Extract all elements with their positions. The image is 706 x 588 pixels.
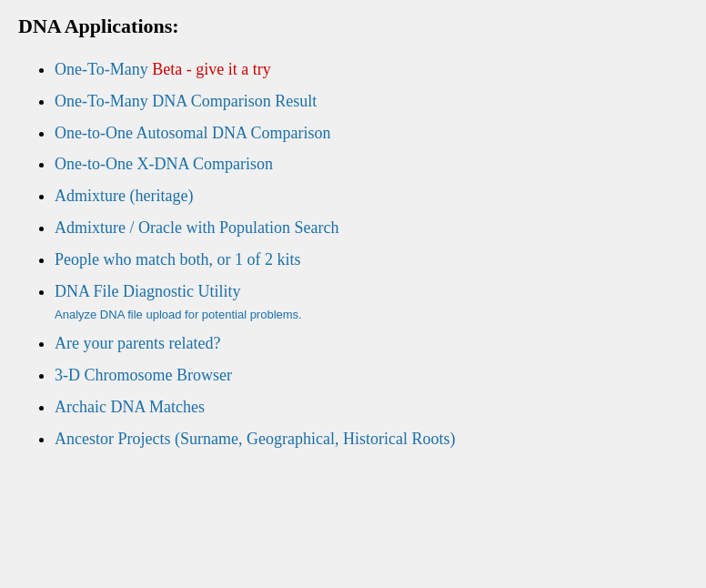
list-item-one-to-many-comparison: One-To-Many DNA Comparison Result [55, 88, 688, 115]
list-item-admixture-oracle: Admixture / Oracle with Population Searc… [55, 215, 688, 241]
link-ancestor-projects[interactable]: Ancestor Projects (Surname, Geographical… [55, 430, 455, 448]
list-item-one-to-one-autosomal: One-to-One Autosomal DNA Comparison [55, 120, 688, 147]
list-item-people-match-both: People who match both, or 1 of 2 kits [55, 247, 688, 273]
link-one-to-one-xdna[interactable]: One-to-One X-DNA Comparison [55, 155, 273, 173]
link-admixture-heritage[interactable]: Admixture (heritage) [55, 187, 193, 205]
link-dna-file-diagnostic[interactable]: DNA File Diagnostic Utility [55, 282, 241, 300]
list-item-ancestor-projects: Ancestor Projects (Surname, Geographical… [55, 426, 688, 452]
list-item-admixture-heritage: Admixture (heritage) [55, 183, 688, 209]
link-are-parents-related[interactable]: Are your parents related? [55, 334, 220, 352]
list-item-are-parents-related: Are your parents related? [55, 330, 688, 357]
list-item-3d-chromosome: 3-D Chromosome Browser [55, 362, 688, 389]
link-admixture-oracle[interactable]: Admixture / Oracle with Population Searc… [55, 218, 338, 237]
link-one-to-one-autosomal[interactable]: One-to-One Autosomal DNA Comparison [55, 124, 330, 142]
link-3d-chromosome[interactable]: 3-D Chromosome Browser [55, 366, 232, 384]
link-one-to-many-comparison[interactable]: One-To-Many DNA Comparison Result [55, 92, 317, 110]
beta-label: Beta - give it a try [148, 60, 271, 78]
list-item-archaic-dna: Archaic DNA Matches [55, 394, 688, 421]
list-item-one-to-many-beta: One-To-Many Beta - give it a try [55, 56, 688, 83]
list-item-dna-file-diagnostic: DNA File Diagnostic Utility Analyze DNA … [55, 279, 688, 326]
dna-file-diagnostic-sublabel: Analyze DNA file upload for potential pr… [55, 306, 688, 325]
list-item-one-to-one-xdna: One-to-One X-DNA Comparison [55, 151, 688, 177]
link-people-match-both[interactable]: People who match both, or 1 of 2 kits [55, 250, 300, 269]
link-label-main: One-To-Many [55, 60, 148, 78]
link-archaic-dna[interactable]: Archaic DNA Matches [55, 398, 205, 416]
link-one-to-many-beta[interactable]: One-To-Many Beta - give it a try [55, 60, 271, 78]
dna-applications-list: One-To-Many Beta - give it a try One-To-… [18, 56, 688, 451]
page-title: DNA Applications: [18, 15, 688, 38]
